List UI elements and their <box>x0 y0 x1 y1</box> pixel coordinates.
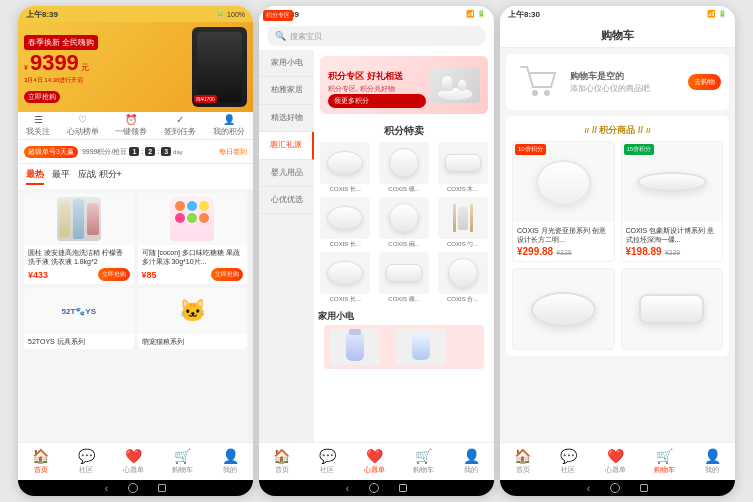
list-item[interactable]: COXIS 碟... <box>377 252 432 303</box>
list-item[interactable]: COXIS 长... <box>318 252 373 303</box>
cart-svg <box>519 65 559 99</box>
list-item[interactable]: 15倍积分 COXIS 包豪斯设计博系列 意式拉坯深淘一碟... ¥198.89… <box>621 141 724 262</box>
back-icon[interactable]: ‹ <box>105 483 108 494</box>
recent-button-2[interactable] <box>399 484 407 492</box>
mixer-icon <box>412 334 430 360</box>
cart-icon-2: 🛒 <box>415 448 432 464</box>
sidebar-item-gifts[interactable]: 惠汇礼派 <box>259 132 314 159</box>
home-button[interactable] <box>128 483 138 493</box>
add-to-cart-button[interactable]: 立即抢购 <box>98 268 130 281</box>
list-item[interactable]: COXIS 长... <box>318 197 373 248</box>
nav-profile-2[interactable]: 👤 我的 <box>463 448 480 475</box>
product-image-detergent <box>24 193 134 245</box>
dish-round-icon <box>389 203 419 233</box>
product-title-3-2: COXIS 包豪斯设计博系列 意式拉坯深淘一碟... <box>626 226 719 244</box>
back-icon-3[interactable]: ‹ <box>587 483 590 494</box>
recent-button-3[interactable] <box>640 484 648 492</box>
nav-home-2[interactable]: 🏠 首页 <box>273 448 290 475</box>
bottom-navigation-2: 🏠 首页 💬 社区 ❤️ 心愿单 🛒 购物车 👤 我的 <box>259 442 494 480</box>
points-promo-banner[interactable]: 积分专区 积分专区 好礼相送 积分专区, 积分兑好物 领更多积分 <box>320 56 488 114</box>
product-tag-2: 15倍积分 <box>624 144 655 155</box>
nav-community-label-2: 社区 <box>320 465 334 475</box>
promo-action-btn[interactable]: 立即抢购 <box>24 91 60 103</box>
nav-home-3[interactable]: 🏠 首页 <box>514 448 531 475</box>
list-item[interactable]: 🐱 萌宠猫粮系列 <box>138 288 248 349</box>
product-name: COXIS 碟... <box>388 296 419 303</box>
tab-wishlist[interactable]: ♡ 心动榜单 <box>67 114 99 137</box>
battery-icon-3: 🔋 <box>718 10 727 18</box>
add-to-cart-button[interactable]: 立即抢购 <box>211 268 243 281</box>
nav-wishlist[interactable]: ❤️ 心愿单 <box>123 448 144 475</box>
sidebar-item-home-appliance[interactable]: 家用小电 <box>259 50 314 77</box>
list-item[interactable]: COXIS 长... <box>318 142 373 193</box>
promo-currency: 元 <box>81 62 89 73</box>
tab-points[interactable]: 👤 我的积分 <box>213 114 245 137</box>
list-item[interactable]: COXIS 木... <box>435 142 490 193</box>
list-item[interactable]: COXIS 合... <box>435 252 490 303</box>
tab-checkin[interactable]: ✓ 签到任务 <box>164 114 196 137</box>
product-row-1: 圆柱 凌安捷高泡洗洁精 柠檬香 洗手液 洗衣液 1.8kg*2 ¥433 立即抢… <box>24 193 247 284</box>
sidebar-item-selected[interactable]: 精选好物 <box>259 105 314 132</box>
nav-community-3[interactable]: 💬 社区 <box>560 448 577 475</box>
candy-balls-icon <box>170 197 214 227</box>
list-item[interactable]: 10倍积分 COXIS 月光瓷亚形系列 创意设计长方二明... ¥299.88 … <box>512 141 615 262</box>
list-item[interactable] <box>512 268 615 350</box>
promo-banner[interactable]: 春季换新 全民嗨购 ¥ 9399 元 3月4日 14:30进行开启 立即抢购 降… <box>18 22 253 112</box>
tab-battle[interactable]: 应战 积分+ <box>78 168 122 185</box>
dish-round-img <box>379 142 429 184</box>
back-icon-2[interactable]: ‹ <box>346 483 349 494</box>
product-name: COXIS 碗... <box>388 241 419 248</box>
chopstick-img <box>438 197 488 239</box>
mixer-image <box>396 329 446 365</box>
home-icon-2: 🏠 <box>273 448 290 464</box>
points-product-section: // // 积分商品 // // 10倍积分 COXIS 月光瓷亚形系列 创意设… <box>506 116 729 356</box>
search-box[interactable]: 🔍 搜索宝贝 <box>267 26 486 46</box>
nav-wishlist-3[interactable]: ❤️ 心愿单 <box>605 448 626 475</box>
nav-community-2[interactable]: 💬 社区 <box>319 448 336 475</box>
nav-cart-3[interactable]: 🛒 购物车 <box>654 448 675 475</box>
recent-button[interactable] <box>158 484 166 492</box>
list-item[interactable]: 圆柱 凌安捷高泡洗洁精 柠檬香 洗手液 洗衣液 1.8kg*2 ¥433 立即抢… <box>24 193 134 284</box>
home-button-2[interactable] <box>369 483 379 493</box>
dish-round-icon <box>389 148 419 178</box>
go-shopping-button[interactable]: 去购物 <box>688 74 721 90</box>
list-item[interactable]: 可随 [cocon] 多口味吃糖糖 果蔬多汁果冻 30g*10片... ¥85 … <box>138 193 248 284</box>
tab-cheap[interactable]: 最平 <box>52 168 70 185</box>
nav-cart-2[interactable]: 🛒 购物车 <box>413 448 434 475</box>
home-button-3[interactable] <box>610 483 620 493</box>
list-item[interactable] <box>621 268 724 350</box>
list-item[interactable]: 52T🐾YS 52TOYS 玩具系列 <box>24 288 134 349</box>
home-appliance-title: 家用小电 <box>318 310 490 323</box>
product-name: COXIS 木... <box>447 186 478 193</box>
list-item[interactable]: COXIS 碗... <box>377 197 432 248</box>
countdown-bar: 超级单号3天赢 9999积分/抢豆 1 : 2 : 3 day 每日签到 <box>18 140 253 164</box>
promo-title: 春季换新 全民嗨购 <box>24 35 98 50</box>
sidebar-item-furniture[interactable]: 柏雅家居 <box>259 77 314 104</box>
tab-hot[interactable]: 最热 <box>26 168 44 185</box>
nav-wishlist-label: 心愿单 <box>123 465 144 475</box>
price-row-1: ¥299.88 ¥329 <box>517 246 610 257</box>
nav-profile-3[interactable]: 👤 我的 <box>704 448 721 475</box>
list-item[interactable]: COXIS 勺... <box>435 197 490 248</box>
promo-launch: 3月4日 14:30进行开启 <box>24 76 188 85</box>
nav-profile[interactable]: 👤 我的 <box>222 448 239 475</box>
sidebar-item-baby[interactable]: 婴儿用品 <box>259 160 314 187</box>
system-bar-2: ‹ <box>259 480 494 496</box>
nav-home[interactable]: 🏠 首页 <box>32 448 49 475</box>
tab-coupon[interactable]: ⏰ 一键领券 <box>115 114 147 137</box>
nav-profile-label: 我的 <box>223 465 237 475</box>
nav-community[interactable]: 💬 社区 <box>78 448 95 475</box>
nav-cart[interactable]: 🛒 购物车 <box>172 448 193 475</box>
daily-checkin[interactable]: 每日签到 <box>219 147 247 157</box>
home-appliance-banner[interactable] <box>324 325 484 369</box>
profile-icon: 👤 <box>222 448 239 464</box>
price-row-2: ¥198.89 ¥239 <box>626 246 719 257</box>
sidebar-item-quality[interactable]: 心优优选 <box>259 187 314 214</box>
points-banner-button[interactable]: 领更多积分 <box>328 94 426 108</box>
status-bar-1: 上午8:39 🔋 100% <box>18 6 253 22</box>
product-info: 萌宠猫粮系列 <box>138 334 248 349</box>
nav-wishlist-2[interactable]: ❤️ 心愿单 <box>364 448 385 475</box>
tab-follow[interactable]: ☰ 我关注 <box>26 114 50 137</box>
list-item[interactable]: COXIS 碟... <box>377 142 432 193</box>
bottom-navigation-1: 🏠 首页 💬 社区 ❤️ 心愿单 🛒 购物车 👤 我的 <box>18 442 253 480</box>
